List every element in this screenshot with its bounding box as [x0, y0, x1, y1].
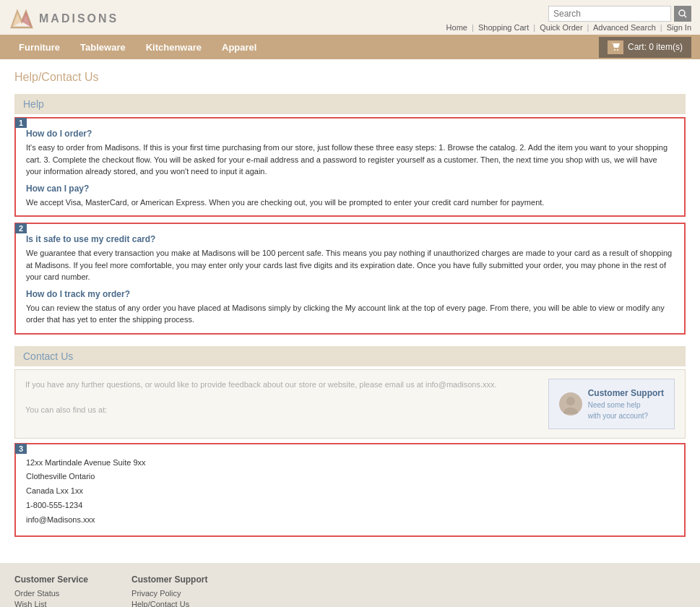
faq-number-1: 1 [15, 118, 27, 128]
svg-line-4 [684, 15, 686, 17]
faq-content-1: How do I order? It's easy to order from … [26, 129, 674, 208]
faq-answer-2-1: We guarantee that every transaction you … [26, 247, 674, 283]
support-title: Customer Support [588, 387, 664, 400]
faq-number-2: 2 [15, 223, 27, 233]
svg-point-8 [563, 408, 578, 414]
faq-group-1: 1 How do I order? It's easy to order fro… [14, 117, 686, 217]
faq-group-2: 2 Is it safe to use my credit card? We g… [14, 223, 686, 335]
faq-answer-1-1: It's easy to order from Madisons. If thi… [26, 142, 674, 178]
footer-wish-list[interactable]: Wish List [14, 600, 88, 607]
customer-support-box: Customer Support Need some help with you… [548, 379, 675, 429]
search-input[interactable] [548, 6, 671, 22]
support-text-block: Customer Support Need some help with you… [588, 387, 664, 421]
faq-question-2-2: How do I track my order? [26, 289, 674, 299]
faq-answer-2-2: You can review the status of any order y… [26, 302, 674, 326]
search-button[interactable] [674, 6, 691, 22]
search-area: Home | Shopping Cart | Quick Order | Adv… [446, 6, 691, 32]
contact-text-2: You can also find us at: [25, 404, 497, 417]
support-avatar [559, 392, 582, 416]
nav-apparel[interactable]: Apparel [212, 36, 267, 59]
nav-links: Home | Shopping Cart | Quick Order | Adv… [446, 23, 691, 32]
faq-content-2: Is it safe to use my credit card? We gua… [26, 234, 674, 326]
support-sub: Need some help with your account? [588, 400, 664, 421]
support-sub2: with your account? [588, 412, 648, 420]
address-line-4: 1-800-555-1234 [26, 499, 674, 513]
contact-text-1: If you have any further questions, or wo… [25, 379, 497, 392]
address-line-5: info@Madisons.xxx [26, 513, 674, 528]
footer-col-1: Customer Service Order Status Wish List … [14, 574, 88, 607]
footer-col-1-title: Customer Service [14, 574, 88, 585]
address-box: 3 12xx Martindale Avenue Suite 9xx Cloth… [14, 443, 686, 538]
help-section-header: Help [14, 94, 686, 114]
nav-items: Furniture Tableware Kitchenware Apparel [9, 36, 267, 59]
content: Help/Contact Us Help 1 How do I order? I… [0, 59, 700, 551]
faq-question-1-1: How do I order? [26, 129, 674, 139]
svg-marker-2 [22, 12, 32, 27]
cart-label: Cart: 0 item(s) [628, 42, 683, 52]
address-number: 3 [15, 444, 27, 454]
contact-section-header: Contact Us [14, 346, 686, 366]
faq-answer-1-2: We accept Visa, MasterCard, or American … [26, 197, 674, 209]
address-line-2: Clothesville Ontario [26, 470, 674, 484]
logo: MADISONS [9, 6, 118, 32]
contact-section: Contact Us If you have any further quest… [14, 346, 686, 538]
cart-link[interactable]: Shopping Cart [478, 23, 529, 32]
faq-question-1-2: How can I pay? [26, 184, 674, 194]
footer: Customer Service Order Status Wish List … [0, 563, 700, 607]
nav-kitchenware[interactable]: Kitchenware [136, 36, 212, 59]
svg-point-3 [679, 10, 685, 16]
nav-tableware[interactable]: Tableware [70, 36, 136, 59]
faq-question-2-1: Is it safe to use my credit card? [26, 234, 674, 244]
svg-point-5 [614, 49, 615, 51]
support-sub1: Need some help [588, 401, 641, 409]
page-title: Help/Contact Us [14, 71, 686, 84]
sign-in-link[interactable]: Sign In [667, 23, 691, 32]
address-line-3: Canada Lxx 1xx [26, 484, 674, 499]
svg-point-6 [617, 49, 618, 51]
svg-point-7 [566, 397, 575, 405]
logo-text: MADISONS [39, 12, 118, 25]
footer-privacy-policy[interactable]: Privacy Policy [131, 589, 207, 598]
help-section: Help 1 How do I order? It's easy to orde… [14, 94, 686, 335]
address-content: 12xx Martindale Avenue Suite 9xx Clothes… [26, 456, 674, 528]
advanced-search-link[interactable]: Advanced Search [593, 23, 656, 32]
footer-order-status[interactable]: Order Status [14, 589, 88, 598]
home-link[interactable]: Home [446, 23, 467, 32]
address-line-1: 12xx Martindale Avenue Suite 9xx [26, 456, 674, 470]
logo-icon [9, 6, 35, 32]
footer-help-contact[interactable]: Help/Contact Us [131, 600, 207, 607]
contact-text: If you have any further questions, or wo… [25, 379, 497, 417]
quick-order-link[interactable]: Quick Order [540, 23, 582, 32]
cart-icon-box [608, 40, 623, 54]
svg-marker-1 [12, 12, 22, 27]
cart-button[interactable]: Cart: 0 item(s) [599, 37, 691, 58]
contact-info-box: If you have any further questions, or wo… [14, 369, 686, 439]
avatar-icon [561, 394, 581, 414]
footer-col-2-title: Customer Support [131, 574, 207, 585]
main-nav: Furniture Tableware Kitchenware Apparel … [0, 35, 700, 59]
nav-furniture[interactable]: Furniture [9, 36, 70, 59]
footer-col-2: Customer Support Privacy Policy Help/Con… [131, 574, 207, 607]
